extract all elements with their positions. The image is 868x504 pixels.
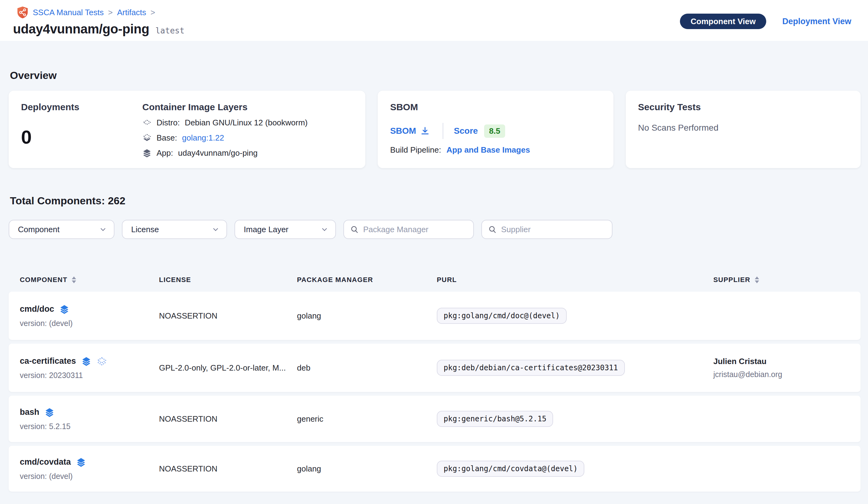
component-name: cmd/doc (20, 304, 54, 314)
app-layer-icon (44, 407, 55, 417)
supplier-name: Julien Cristau (713, 357, 849, 366)
column-header-component[interactable]: COMPONENT (20, 276, 159, 284)
app-layer-icon (142, 149, 152, 158)
breadcrumb: SSCA Manual Tests > Artifacts > (13, 6, 184, 19)
app-label: App: (156, 148, 173, 158)
purl-chip: pkg:deb/debian/ca-certificates@20230311 (437, 360, 625, 376)
breadcrumb-separator: > (108, 8, 113, 17)
license-filter-label: License (131, 225, 159, 234)
page-header: SSCA Manual Tests > Artifacts > uday4vun… (0, 0, 868, 41)
overview-heading: Overview (10, 69, 860, 81)
package-manager-header-label: PACKAGE MANAGER (297, 276, 373, 284)
license-cell: GPL-2.0-only, GPL-2.0-or-later, M... (159, 363, 297, 373)
purl-chip: pkg:golang/cmd/doc@(devel) (437, 308, 567, 324)
total-components-heading: Total Components: 262 (10, 195, 860, 207)
column-header-package-manager: PACKAGE MANAGER (297, 276, 437, 284)
sort-icon[interactable] (755, 276, 759, 283)
app-layer-icon (76, 457, 86, 467)
component-filter-dropdown[interactable]: Component (9, 220, 114, 239)
search-icon (350, 225, 359, 234)
package-manager-cell: generic (297, 414, 437, 424)
search-icon (488, 225, 497, 234)
app-value: uday4vunnam/go-ping (178, 148, 258, 158)
sbom-download-link[interactable]: SBOM (390, 126, 430, 136)
table-row[interactable]: cmd/doc version: (devel) NOASSERTION gol… (9, 292, 860, 340)
app-layer-icon (59, 304, 70, 314)
container-layers-title: Container Image Layers (142, 102, 308, 112)
license-filter-dropdown[interactable]: License (122, 220, 227, 239)
component-name: ca-certificates (20, 356, 76, 366)
supplier-header-label: SUPPLIER (713, 276, 751, 284)
breadcrumb-artifacts-link[interactable]: Artifacts (117, 8, 146, 17)
column-header-license: LICENSE (159, 276, 297, 284)
security-tests-card: Security Tests No Scans Performed (626, 91, 860, 168)
package-manager-cell: golang (297, 464, 437, 474)
deployments-count: 0 (21, 126, 142, 148)
app-layer-line: App: uday4vunnam/go-ping (142, 148, 308, 158)
table-row[interactable]: bash version: 5.2.15 NOASSERTION generic… (9, 396, 860, 442)
image-layer-filter-dropdown[interactable]: Image Layer (235, 220, 336, 239)
table-header: COMPONENT LICENSE PACKAGE MANAGER PURL S… (9, 272, 860, 288)
sort-icon[interactable] (72, 276, 76, 283)
column-header-supplier[interactable]: SUPPLIER (713, 276, 849, 284)
component-name: bash (20, 407, 39, 417)
download-icon (420, 126, 430, 135)
sbom-score-label: Score (454, 126, 478, 136)
base-image-link[interactable]: golang:1.22 (182, 133, 224, 143)
table-row[interactable]: ca-certificates version: 20230311 GPL-2.… (9, 344, 860, 392)
component-filter-label: Component (18, 225, 59, 234)
view-toggle: Component View Deployment View (680, 14, 851, 29)
distro-label: Distro: (156, 118, 180, 128)
deployments-layers-card: Deployments 0 Container Image Layers Dis… (9, 91, 365, 168)
component-header-label: COMPONENT (20, 276, 68, 284)
build-pipeline-label: Build Pipeline: (390, 145, 441, 154)
base-layer-line: Base: golang:1.22 (142, 133, 308, 143)
package-manager-search-input[interactable] (363, 225, 467, 234)
divider (443, 123, 443, 139)
chevron-down-icon (100, 226, 106, 233)
table-row[interactable]: cmd/covdata version: (devel) NOASSERTION… (9, 446, 860, 492)
purl-header-label: PURL (437, 276, 457, 284)
artifact-tag-label: latest (155, 26, 184, 35)
purl-chip: pkg:golang/cmd/covdata@(devel) (437, 461, 584, 477)
ssca-shield-logo-icon (17, 6, 29, 19)
purl-chip: pkg:generic/bash@5.2.15 (437, 411, 553, 427)
distro-layer-line: Distro: Debian GNU/Linux 12 (bookworm) (142, 118, 308, 128)
overview-cards: Deployments 0 Container Image Layers Dis… (9, 91, 860, 168)
chevron-down-icon (212, 226, 219, 233)
page-title: uday4vunnam/go-ping (13, 22, 149, 37)
chevron-down-icon (321, 226, 328, 233)
security-tests-title: Security Tests (638, 102, 848, 112)
build-pipeline-link[interactable]: App and Base Images (446, 145, 530, 154)
filter-bar: Component License Image Layer (9, 220, 860, 239)
sbom-score-badge: 8.5 (484, 124, 505, 138)
component-view-button[interactable]: Component View (680, 14, 766, 29)
image-layer-filter-label: Image Layer (244, 225, 289, 234)
sbom-card: SBOM SBOM Score 8.5 Build Pipeline: App … (378, 91, 613, 168)
header-left: SSCA Manual Tests > Artifacts > uday4vun… (13, 6, 184, 37)
component-version: version: (devel) (20, 319, 159, 328)
package-manager-cell: deb (297, 363, 437, 373)
deployment-view-button[interactable]: Deployment View (782, 17, 851, 26)
sbom-card-title: SBOM (390, 102, 601, 112)
license-cell: NOASSERTION (159, 311, 297, 321)
package-manager-cell: golang (297, 311, 437, 321)
component-version: version: 5.2.15 (20, 422, 159, 431)
component-version: version: (devel) (20, 472, 159, 481)
breadcrumb-separator: > (150, 8, 155, 17)
security-tests-status: No Scans Performed (638, 123, 848, 133)
license-cell: NOASSERTION (159, 414, 297, 424)
supplier-search-input[interactable] (501, 225, 606, 234)
breadcrumb-project-link[interactable]: SSCA Manual Tests (33, 8, 104, 17)
component-name: cmd/covdata (20, 457, 71, 467)
supplier-search (481, 220, 612, 239)
build-pipeline-row: Build Pipeline: App and Base Images (390, 145, 601, 155)
component-version: version: 20230311 (20, 371, 159, 380)
distro-value: Debian GNU/Linux 12 (bookworm) (185, 118, 308, 128)
column-header-purl: PURL (437, 276, 713, 284)
distro-layer-icon (142, 118, 152, 128)
sbom-download-label: SBOM (390, 126, 416, 136)
base-layer-icon (142, 133, 152, 143)
license-header-label: LICENSE (159, 276, 191, 284)
package-manager-search (343, 220, 474, 239)
